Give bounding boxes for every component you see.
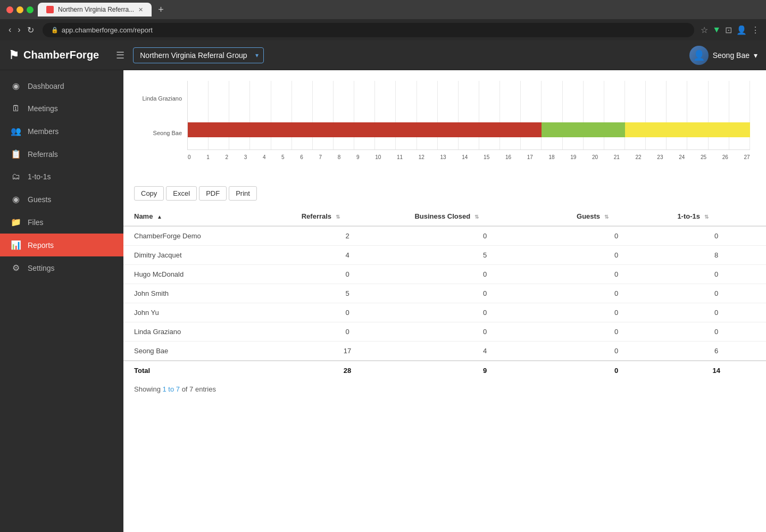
sidebar-label-settings: Settings [28,264,55,272]
total-1to1s: 14 [667,361,766,380]
cell-referrals: 17 [291,342,404,361]
menu-button[interactable]: ⋮ [751,25,760,35]
table-header-row: Name ▲ Referrals ⇅ Business Closed ⇅ [123,207,766,226]
address-bar: ‹ › ↻ 🔒 app.chamberforge.com/report ☆ ▼ … [0,19,766,40]
group-selector[interactable]: Northern Virginia Referral Group [133,47,264,63]
profile-button[interactable]: 👤 [736,25,747,35]
hamburger-button[interactable]: ☰ [116,49,124,61]
table-footer-row: Total 28 9 0 14 [123,361,766,380]
x-label: 3 [244,154,247,160]
cell-1to1s: 0 [667,303,766,322]
col-header-guests[interactable]: Guests ⇅ [566,207,667,226]
guests-icon: ◉ [11,194,21,204]
cell-name: Hugo McDonald [123,265,291,284]
group-selector-wrapper: Northern Virginia Referral Group ▾ [133,47,264,63]
sidebar-item-reports[interactable]: 📊 Reports [0,234,123,256]
col-header-name[interactable]: Name ▲ [123,207,291,226]
sidebar-item-dashboard[interactable]: ◉ Dashboard [0,74,123,97]
print-button[interactable]: Print [229,186,257,201]
cell-1to1s: 0 [667,226,766,246]
cell-guests: 0 [566,284,667,303]
sidebar-item-settings[interactable]: ⚙ Settings [0,256,123,279]
logo-icon: ⚑ [9,48,19,62]
sidebar-item-guests[interactable]: ◉ Guests [0,188,123,211]
sort-icon-referrals: ⇅ [336,214,340,220]
total-label: Total [123,361,291,380]
chart-container: Linda Graziano Seong Bae [134,81,755,166]
sidebar-item-meetings[interactable]: 🗓 Meetings [0,97,123,120]
x-label: 25 [701,154,706,160]
col-header-business-closed[interactable]: Business Closed ⇅ [404,207,566,226]
cell-1to1s: 0 [667,265,766,284]
pdf-button[interactable]: PDF [199,186,227,201]
cell-referrals: 0 [291,303,404,322]
sidebar-label-meetings: Meetings [28,104,58,113]
app-header: ⚑ ChamberForge ☰ Northern Virginia Refer… [0,40,766,70]
bar-yellow [625,122,750,137]
logo-text: ChamberForge [23,49,99,61]
forward-button[interactable]: › [15,23,22,37]
tab-close-button[interactable]: ✕ [138,6,143,13]
browser-tab[interactable]: Northern Virginia Referra... ✕ [38,3,152,16]
sidebar-label-reports: Reports [28,241,54,250]
new-tab-button[interactable]: + [158,4,164,15]
grammarly-button[interactable]: ▼ [712,25,721,35]
address-actions: ☆ ▼ ⊡ 👤 ⋮ [701,25,760,35]
minimize-window-button[interactable] [16,6,23,13]
sidebar-item-referrals[interactable]: 📋 Referrals [0,143,123,165]
close-window-button[interactable] [6,6,13,13]
col-header-1to1s[interactable]: 1-to-1s ⇅ [667,207,766,226]
copy-button[interactable]: Copy [134,186,164,201]
excel-button[interactable]: Excel [166,186,197,201]
cell-name: Seong Bae [123,342,291,361]
tab-title: Northern Virginia Referra... [58,6,134,13]
total-guests: 0 [566,361,667,380]
avatar: 👤 [689,46,709,65]
table-row: Seong Bae 17 4 0 6 [123,342,766,361]
reload-button[interactable]: ↻ [25,23,36,37]
x-label: 0 [188,154,191,160]
col-header-referrals[interactable]: Referrals ⇅ [291,207,404,226]
table-controls: Copy Excel PDF Print [123,180,766,207]
cell-business: 0 [404,265,566,284]
sort-icon-1to1s: ⇅ [704,214,709,220]
total-row: Total 28 9 0 14 [123,361,766,380]
dashboard-icon: ◉ [11,81,21,91]
url-bar[interactable]: 🔒 app.chamberforge.com/report [43,23,695,37]
sidebar-item-members[interactable]: 👥 Members [0,120,123,143]
page-range-link[interactable]: 1 to 7 [162,385,180,393]
maximize-window-button[interactable] [27,6,34,13]
main-layout: ◉ Dashboard 🗓 Meetings 👥 Members 📋 Refer… [0,70,766,532]
user-menu[interactable]: 👤 Seong Bae ▾ [689,46,757,65]
cell-name: John Yu [123,303,291,322]
bookmark-button[interactable]: ☆ [701,25,708,35]
x-label: 27 [744,154,750,160]
x-label: 18 [548,154,554,160]
settings-icon: ⚙ [11,263,21,273]
cast-button[interactable]: ⊡ [725,25,732,35]
back-button[interactable]: ‹ [6,23,13,37]
browser-chrome: Northern Virginia Referra... ✕ + [0,0,766,19]
cell-business: 0 [404,226,566,246]
sidebar-item-files[interactable]: 📁 Files [0,211,123,234]
sidebar-item-1to1s[interactable]: 🗂 1-to-1s [0,165,123,188]
x-label: 26 [722,154,728,160]
x-label: 5 [281,154,285,160]
cell-referrals: 0 [291,265,404,284]
cell-business: 0 [404,284,566,303]
x-label: 14 [462,154,468,160]
table-row: ChamberForge Demo 2 0 0 0 [123,226,766,246]
cell-name: Linda Graziano [123,322,291,342]
cell-1to1s: 6 [667,342,766,361]
bar-green [542,122,625,137]
x-label: 23 [657,154,663,160]
cell-guests: 0 [566,303,667,322]
files-icon: 📁 [11,217,21,227]
table-row: Linda Graziano 0 0 0 0 [123,322,766,342]
logo[interactable]: ⚑ ChamberForge [9,48,99,62]
x-label: 4 [263,154,266,160]
x-label: 24 [679,154,685,160]
cell-business: 5 [404,246,566,265]
x-label: 11 [397,154,403,160]
total-business: 9 [404,361,566,380]
